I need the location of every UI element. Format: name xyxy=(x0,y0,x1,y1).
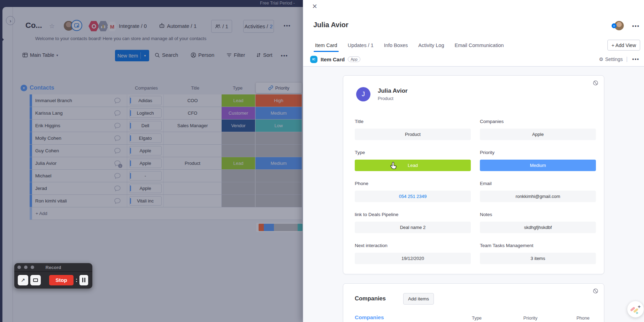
chat-bubble-icon[interactable] xyxy=(114,172,121,180)
monday-apps-float-button[interactable]: + xyxy=(627,301,644,317)
chat-bubble-icon[interactable] xyxy=(114,135,121,142)
add-subscriber-badge[interactable]: + xyxy=(612,23,616,28)
contact-name-cell[interactable]: Immanuel Branch xyxy=(32,94,127,107)
hide-card-icon[interactable] xyxy=(593,288,598,294)
type-cell[interactable] xyxy=(222,170,255,182)
type-cell[interactable]: Customer xyxy=(222,107,255,119)
person-filter-button[interactable]: Person xyxy=(191,52,214,58)
contact-name-cell[interactable]: Guy Cohen xyxy=(32,145,127,157)
company-cell[interactable]: Vitali inc xyxy=(127,195,164,207)
title-cell[interactable]: Product xyxy=(164,157,222,169)
field-value[interactable]: skdhgfjhskdbf xyxy=(480,222,596,233)
panel-tab[interactable]: Activity Log xyxy=(418,39,444,51)
item-title[interactable]: Julia Avior xyxy=(313,21,348,29)
title-cell[interactable]: CFO xyxy=(164,107,222,119)
contact-name-cell[interactable]: Michael xyxy=(32,170,127,182)
add-item-row[interactable]: + Add xyxy=(30,207,302,220)
field-value[interactable]: Deal name 2 xyxy=(355,222,471,233)
panel-tab[interactable]: Item Card xyxy=(315,39,337,51)
company-cell[interactable]: - xyxy=(127,170,164,182)
favorite-star-icon[interactable]: ☆ xyxy=(49,22,55,30)
priority-cell[interactable] xyxy=(255,170,302,182)
company-cell[interactable]: Elgato xyxy=(127,132,164,144)
field-value[interactable]: Product xyxy=(355,129,471,140)
type-cell[interactable] xyxy=(222,195,255,207)
field-value[interactable]: Medium xyxy=(480,160,596,171)
board-title[interactable]: Co... xyxy=(25,21,42,30)
type-cell[interactable] xyxy=(222,132,255,144)
board-more-menu[interactable]: ••• xyxy=(284,23,291,29)
type-cell[interactable]: Lead xyxy=(222,94,255,107)
contact-name-cell[interactable]: Jerad xyxy=(32,182,127,194)
linked-column-priority[interactable]: Priority xyxy=(523,315,537,321)
type-cell[interactable] xyxy=(222,145,255,157)
toolbar-more-menu[interactable]: ••• xyxy=(281,53,288,59)
chat-bubble-icon[interactable]: 1 xyxy=(114,160,121,167)
panel-tab[interactable]: Email Communication xyxy=(455,39,504,51)
chat-bubble-icon[interactable] xyxy=(114,122,121,130)
priority-cell[interactable]: Low xyxy=(255,120,302,132)
app-more-menu[interactable]: ••• xyxy=(632,56,639,62)
title-cell[interactable]: Sales Manager xyxy=(164,120,222,132)
type-cell[interactable]: Vendor xyxy=(222,120,255,132)
item-more-menu[interactable]: ••• xyxy=(632,23,640,29)
company-cell[interactable]: Adidas xyxy=(127,94,164,107)
column-header-companies[interactable]: Companies xyxy=(135,85,158,91)
filter-button[interactable]: Filter xyxy=(227,52,245,58)
company-cell[interactable]: Apple xyxy=(127,182,164,194)
title-cell[interactable] xyxy=(164,132,222,144)
invite-members-button[interactable]: / 1 xyxy=(211,20,232,33)
title-cell[interactable] xyxy=(164,145,222,157)
integrate-button[interactable]: Integrate / 0 xyxy=(119,23,147,29)
group-collapse-button[interactable]: ▼ xyxy=(21,85,27,91)
contact-name-cell[interactable]: Karissa Lang xyxy=(32,107,127,119)
group-title[interactable]: Contacts xyxy=(30,84,54,91)
priority-cell[interactable]: High xyxy=(255,94,302,107)
new-item-dropdown[interactable]: ▾ xyxy=(141,54,149,58)
priority-cell[interactable] xyxy=(255,195,302,207)
search-button[interactable]: Search xyxy=(155,52,178,58)
field-value[interactable]: 3 items xyxy=(480,253,596,264)
title-cell[interactable]: COO xyxy=(164,94,222,107)
company-cell[interactable]: Apple xyxy=(127,145,164,157)
close-panel-button[interactable]: × xyxy=(312,2,317,10)
main-table-view-selector[interactable]: Main Table ▾ xyxy=(22,52,58,58)
chat-bubble-icon[interactable] xyxy=(114,147,121,155)
stop-recording-button[interactable]: Stop xyxy=(49,275,74,285)
contact-name-cell[interactable]: Julia Avior 1 xyxy=(32,157,127,169)
field-value[interactable]: ronkkimhi@gmail.com xyxy=(480,191,596,202)
cursor-capture-button[interactable]: ↗ xyxy=(18,275,28,285)
chat-bubble-icon[interactable] xyxy=(114,185,121,192)
priority-cell[interactable]: Medium xyxy=(255,107,302,119)
add-view-button[interactable]: + Add View xyxy=(607,40,640,51)
activities-button[interactable]: Activities / 2 xyxy=(243,20,274,33)
column-header-title[interactable]: Title xyxy=(191,85,199,91)
title-cell[interactable] xyxy=(164,170,222,182)
priority-cell[interactable]: Medium xyxy=(255,157,302,169)
new-item-button[interactable]: New Item ▾ xyxy=(115,50,149,61)
column-header-type[interactable]: Type xyxy=(233,85,243,91)
chat-bubble-icon[interactable] xyxy=(114,109,121,117)
priority-cell[interactable] xyxy=(255,132,302,144)
column-header-priority[interactable]: Priority xyxy=(256,83,302,93)
chat-bubble-icon[interactable] xyxy=(114,197,121,205)
field-value[interactable]: 054 251 2349 xyxy=(355,191,471,202)
priority-cell[interactable] xyxy=(255,182,302,194)
linked-column-phone[interactable]: Phone xyxy=(576,315,590,321)
settings-button[interactable]: ⚙ Settings xyxy=(599,56,623,62)
company-cell[interactable]: Dell xyxy=(127,120,164,132)
contact-name-cell[interactable]: Molly Cohen xyxy=(32,132,127,144)
title-cell[interactable] xyxy=(164,195,222,207)
automate-button[interactable]: Automate / 1 xyxy=(167,23,197,29)
hide-card-icon[interactable] xyxy=(593,80,598,86)
contact-name-cell[interactable]: Erik Higgins xyxy=(32,120,127,132)
subscriber-avatar[interactable]: + xyxy=(614,21,624,30)
panel-tab[interactable]: Info Boxes xyxy=(384,39,408,51)
contact-name-cell[interactable]: Ron kimhi vitali xyxy=(32,195,127,207)
sort-button[interactable]: Sort xyxy=(256,52,273,58)
screen-area-button[interactable] xyxy=(30,275,41,285)
add-items-button[interactable]: Add items xyxy=(403,293,434,305)
field-value[interactable]: Apple xyxy=(480,129,596,140)
linked-column-type[interactable]: Type xyxy=(472,315,482,321)
companies-group-title[interactable]: Companies xyxy=(355,314,384,321)
